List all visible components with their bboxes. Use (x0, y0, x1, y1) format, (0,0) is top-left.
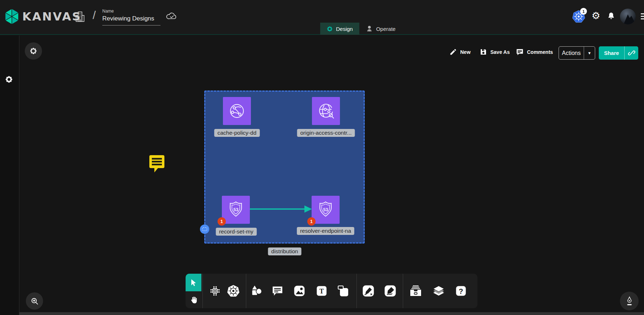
svg-text:T: T (319, 288, 324, 295)
new-label: New (460, 49, 471, 55)
kanvas-app: KANVAS / Name (0, 0, 644, 315)
annotate-pen-button[interactable] (620, 292, 639, 310)
comments-button[interactable]: Comments (516, 48, 553, 56)
kanvas-logo-text[interactable]: KANVAS (22, 10, 81, 23)
toolbar-divider (246, 274, 246, 308)
tab-operate[interactable]: Operate (359, 23, 402, 35)
cloudfront-origin-access-icon (316, 101, 336, 121)
canvas-configure-button[interactable] (25, 42, 42, 60)
node-resolver-endpoint-badge: 1 (307, 217, 316, 226)
canvas-comment-marker[interactable] (149, 154, 165, 173)
note-frame-tool[interactable] (337, 285, 349, 297)
group-select-handle[interactable] (200, 224, 209, 234)
node-label-record-set: record-set-my (216, 228, 257, 236)
node-resolver-endpoint[interactable]: 53 (312, 196, 340, 224)
edge-record-to-resolver[interactable] (250, 204, 313, 214)
tab-operate-label: Operate (376, 26, 396, 32)
tab-design-label: Design (336, 26, 353, 32)
comment-tool[interactable] (272, 285, 284, 297)
comments-label: Comments (527, 49, 553, 55)
actions-caret-icon[interactable]: ▾ (584, 47, 595, 59)
design-name-input[interactable] (102, 14, 160, 26)
window-bottom-strip (0, 312, 644, 315)
image-tool[interactable] (294, 285, 305, 297)
kanvas-logo-icon[interactable] (4, 8, 19, 25)
toolbar-divider (202, 274, 203, 308)
new-button[interactable]: New (449, 48, 471, 56)
route53-shield-icon: 53 (226, 200, 246, 220)
app-header: KANVAS / Name (0, 0, 644, 35)
left-sidebar-rail (0, 36, 19, 315)
breadcrumb-separator: / (93, 9, 96, 22)
node-origin-access-control[interactable] (312, 97, 340, 125)
actions-split-button[interactable]: Actions ▾ (559, 46, 595, 60)
tab-design[interactable]: Design (320, 23, 359, 35)
operate-person-icon (366, 25, 373, 32)
cloud-saved-icon (166, 11, 177, 21)
cloudfront-cache-policy-icon (227, 101, 247, 121)
svg-text:53: 53 (233, 207, 238, 212)
canvas-toolbar: T (186, 274, 477, 308)
route53-shield-icon: 53 (316, 200, 336, 220)
node-record-set-badge: 1 (218, 217, 226, 226)
zoom-in-button[interactable] (26, 292, 43, 310)
actions-label[interactable]: Actions (559, 47, 584, 59)
kubernetes-tool[interactable] (227, 284, 240, 297)
group-label-distribution: distribution (268, 247, 302, 255)
design-flower-icon (327, 26, 333, 32)
select-tool-active[interactable] (186, 274, 201, 291)
dashed-rect-icon (202, 227, 207, 231)
hand-pan-icon (189, 296, 198, 304)
help-tool[interactable]: ? (456, 286, 467, 297)
node-label-origin-access-control: origin-access-contr... (297, 129, 355, 137)
save-as-button[interactable]: Save As (480, 48, 510, 56)
components-tool[interactable] (209, 285, 221, 297)
share-label[interactable]: Share (599, 46, 624, 60)
freehand-pencil-tool[interactable] (384, 285, 396, 297)
pencil-icon (449, 48, 457, 56)
shapes-tool[interactable] (251, 285, 263, 297)
notifications-bell-icon[interactable] (607, 12, 615, 20)
node-record-set[interactable]: 53 (222, 196, 250, 224)
layers-tool[interactable] (433, 285, 445, 297)
floppy-save-icon (480, 48, 487, 56)
comment-bubble-icon (516, 48, 524, 56)
context-count-badge: 1 (580, 8, 587, 15)
toolbar-divider (356, 274, 357, 308)
edge-pen-tool[interactable] (363, 285, 374, 297)
pan-tool[interactable] (186, 291, 201, 308)
mode-tabs: Design Operate (320, 23, 402, 35)
svg-text:53: 53 (323, 207, 328, 212)
meshery-spiral-icon[interactable] (5, 75, 13, 83)
text-tool[interactable]: T (316, 286, 327, 297)
node-label-cache-policy: cache-policy-dd (214, 129, 260, 137)
menu-hamburger-icon[interactable] (641, 13, 644, 19)
drawer-tool[interactable] (410, 285, 422, 297)
save-as-label: Save As (490, 49, 510, 55)
toolbar-divider (403, 274, 403, 308)
share-split-button[interactable]: Share (599, 46, 638, 60)
design-name-label: Name (102, 9, 114, 14)
workspace-building-icon[interactable] (75, 11, 85, 22)
settings-gear-icon[interactable]: ⚙ (592, 10, 600, 21)
node-label-resolver-endpoint: resolver-endpoint-na (297, 227, 354, 235)
copy-link-icon[interactable] (625, 46, 638, 60)
svg-text:?: ? (459, 287, 463, 295)
node-cache-policy[interactable] (223, 97, 251, 125)
user-avatar[interactable] (620, 9, 636, 24)
cursor-arrow-icon (189, 278, 198, 287)
